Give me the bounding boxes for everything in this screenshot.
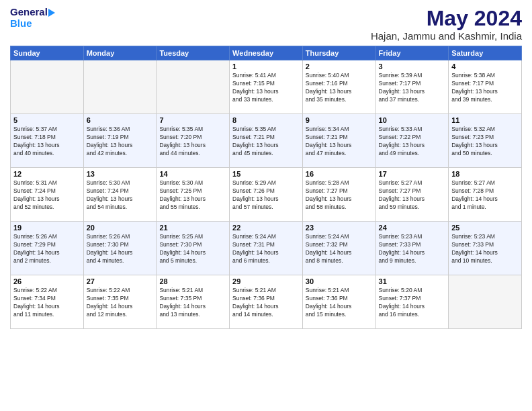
calendar-week-3: 19Sunrise: 5:26 AM Sunset: 7:29 PM Dayli…	[11, 222, 522, 275]
day-info: Sunrise: 5:40 AM Sunset: 7:16 PM Dayligh…	[306, 72, 373, 104]
header-friday: Friday	[375, 46, 449, 60]
day-info: Sunrise: 5:22 AM Sunset: 7:34 PM Dayligh…	[13, 287, 81, 319]
calendar-day	[157, 60, 230, 114]
calendar-week-0: 1Sunrise: 5:41 AM Sunset: 7:15 PM Daylig…	[11, 60, 522, 114]
weekday-header-row: Sunday Monday Tuesday Wednesday Thursday…	[11, 46, 522, 60]
day-info: Sunrise: 5:26 AM Sunset: 7:29 PM Dayligh…	[13, 233, 81, 265]
day-number: 29	[232, 277, 300, 285]
day-info: Sunrise: 5:29 AM Sunset: 7:26 PM Dayligh…	[232, 179, 300, 212]
calendar-table: Sunday Monday Tuesday Wednesday Thursday…	[10, 46, 522, 329]
header-tuesday: Tuesday	[157, 46, 230, 60]
calendar-title: May 2024	[371, 7, 522, 30]
calendar-day	[83, 60, 157, 114]
title-area: May 2024 Hajan, Jammu and Kashmir, India	[371, 7, 522, 42]
calendar-subtitle: Hajan, Jammu and Kashmir, India	[371, 30, 522, 42]
day-info: Sunrise: 5:30 AM Sunset: 7:24 PM Dayligh…	[87, 179, 154, 212]
day-info: Sunrise: 5:20 AM Sunset: 7:37 PM Dayligh…	[379, 287, 446, 319]
header-sunday: Sunday	[11, 46, 84, 60]
calendar-day: 10Sunrise: 5:33 AM Sunset: 7:22 PM Dayli…	[375, 114, 449, 168]
day-info: Sunrise: 5:34 AM Sunset: 7:21 PM Dayligh…	[306, 126, 373, 158]
day-number: 22	[232, 224, 300, 232]
day-number: 13	[87, 170, 154, 178]
day-number: 25	[451, 224, 519, 232]
day-number: 14	[159, 170, 226, 178]
calendar-day	[11, 60, 84, 114]
calendar-day: 23Sunrise: 5:24 AM Sunset: 7:32 PM Dayli…	[302, 222, 375, 275]
day-number: 7	[159, 116, 226, 124]
day-number: 10	[379, 116, 446, 124]
day-number: 23	[306, 224, 373, 232]
day-number: 27	[87, 277, 154, 285]
calendar-day: 5Sunrise: 5:37 AM Sunset: 7:18 PM Daylig…	[11, 114, 84, 168]
calendar-day: 31Sunrise: 5:20 AM Sunset: 7:37 PM Dayli…	[375, 275, 449, 329]
calendar-day: 19Sunrise: 5:26 AM Sunset: 7:29 PM Dayli…	[11, 222, 84, 275]
day-info: Sunrise: 5:27 AM Sunset: 7:28 PM Dayligh…	[451, 179, 519, 212]
calendar-week-1: 5Sunrise: 5:37 AM Sunset: 7:18 PM Daylig…	[11, 114, 522, 168]
day-info: Sunrise: 5:27 AM Sunset: 7:27 PM Dayligh…	[379, 179, 446, 212]
calendar-day: 14Sunrise: 5:30 AM Sunset: 7:25 PM Dayli…	[157, 168, 230, 222]
calendar-day: 20Sunrise: 5:26 AM Sunset: 7:30 PM Dayli…	[83, 222, 157, 275]
day-info: Sunrise: 5:21 AM Sunset: 7:36 PM Dayligh…	[306, 287, 373, 319]
day-info: Sunrise: 5:21 AM Sunset: 7:36 PM Dayligh…	[232, 287, 300, 319]
day-info: Sunrise: 5:39 AM Sunset: 7:17 PM Dayligh…	[379, 72, 446, 104]
calendar-day: 17Sunrise: 5:27 AM Sunset: 7:27 PM Dayli…	[375, 168, 449, 222]
calendar-day: 1Sunrise: 5:41 AM Sunset: 7:15 PM Daylig…	[230, 60, 303, 114]
calendar-day: 24Sunrise: 5:23 AM Sunset: 7:33 PM Dayli…	[375, 222, 449, 275]
calendar-day: 6Sunrise: 5:36 AM Sunset: 7:19 PM Daylig…	[83, 114, 157, 168]
day-number: 9	[306, 116, 373, 124]
day-number: 19	[13, 224, 81, 232]
calendar-day: 3Sunrise: 5:39 AM Sunset: 7:17 PM Daylig…	[375, 60, 449, 114]
calendar-day: 18Sunrise: 5:27 AM Sunset: 7:28 PM Dayli…	[449, 168, 522, 222]
day-info: Sunrise: 5:23 AM Sunset: 7:33 PM Dayligh…	[451, 233, 519, 265]
day-info: Sunrise: 5:38 AM Sunset: 7:17 PM Dayligh…	[451, 72, 519, 104]
day-info: Sunrise: 5:31 AM Sunset: 7:24 PM Dayligh…	[13, 179, 81, 212]
header-wednesday: Wednesday	[230, 46, 303, 60]
day-info: Sunrise: 5:23 AM Sunset: 7:33 PM Dayligh…	[379, 233, 446, 265]
day-info: Sunrise: 5:21 AM Sunset: 7:35 PM Dayligh…	[159, 287, 226, 319]
day-info: Sunrise: 5:28 AM Sunset: 7:27 PM Dayligh…	[306, 179, 373, 212]
day-number: 20	[87, 224, 154, 232]
day-info: Sunrise: 5:26 AM Sunset: 7:30 PM Dayligh…	[87, 233, 154, 265]
calendar-day	[449, 275, 522, 329]
day-number: 1	[232, 62, 300, 71]
day-number: 15	[232, 170, 300, 178]
day-info: Sunrise: 5:22 AM Sunset: 7:35 PM Dayligh…	[87, 287, 154, 319]
day-number: 26	[13, 277, 81, 285]
calendar-day: 7Sunrise: 5:35 AM Sunset: 7:20 PM Daylig…	[157, 114, 230, 168]
day-info: Sunrise: 5:35 AM Sunset: 7:21 PM Dayligh…	[232, 126, 300, 158]
calendar-day: 22Sunrise: 5:24 AM Sunset: 7:31 PM Dayli…	[230, 222, 303, 275]
day-info: Sunrise: 5:41 AM Sunset: 7:15 PM Dayligh…	[232, 72, 300, 104]
calendar-day: 2Sunrise: 5:40 AM Sunset: 7:16 PM Daylig…	[302, 60, 375, 114]
calendar-day: 13Sunrise: 5:30 AM Sunset: 7:24 PM Dayli…	[83, 168, 157, 222]
day-number: 2	[306, 62, 373, 71]
calendar-day: 28Sunrise: 5:21 AM Sunset: 7:35 PM Dayli…	[157, 275, 230, 329]
day-number: 5	[13, 116, 81, 124]
calendar-day: 27Sunrise: 5:22 AM Sunset: 7:35 PM Dayli…	[83, 275, 157, 329]
day-number: 16	[306, 170, 373, 178]
calendar-day: 15Sunrise: 5:29 AM Sunset: 7:26 PM Dayli…	[230, 168, 303, 222]
logo: General Blue	[10, 7, 56, 29]
calendar-day: 11Sunrise: 5:32 AM Sunset: 7:23 PM Dayli…	[449, 114, 522, 168]
day-info: Sunrise: 5:33 AM Sunset: 7:22 PM Dayligh…	[379, 126, 446, 158]
calendar-day: 29Sunrise: 5:21 AM Sunset: 7:36 PM Dayli…	[230, 275, 303, 329]
calendar-day: 9Sunrise: 5:34 AM Sunset: 7:21 PM Daylig…	[302, 114, 375, 168]
day-info: Sunrise: 5:24 AM Sunset: 7:32 PM Dayligh…	[306, 233, 373, 265]
day-number: 21	[159, 224, 226, 232]
day-number: 12	[13, 170, 81, 178]
calendar-day: 26Sunrise: 5:22 AM Sunset: 7:34 PM Dayli…	[11, 275, 84, 329]
day-info: Sunrise: 5:32 AM Sunset: 7:23 PM Dayligh…	[451, 126, 519, 158]
day-number: 8	[232, 116, 300, 124]
calendar-day: 16Sunrise: 5:28 AM Sunset: 7:27 PM Dayli…	[302, 168, 375, 222]
day-number: 6	[87, 116, 154, 124]
calendar-day: 21Sunrise: 5:25 AM Sunset: 7:30 PM Dayli…	[157, 222, 230, 275]
day-number: 28	[159, 277, 226, 285]
calendar-week-2: 12Sunrise: 5:31 AM Sunset: 7:24 PM Dayli…	[11, 168, 522, 222]
calendar-day: 30Sunrise: 5:21 AM Sunset: 7:36 PM Dayli…	[302, 275, 375, 329]
day-number: 31	[379, 277, 446, 285]
header-saturday: Saturday	[449, 46, 522, 60]
day-info: Sunrise: 5:35 AM Sunset: 7:20 PM Dayligh…	[159, 126, 226, 158]
header-monday: Monday	[83, 46, 157, 60]
day-number: 24	[379, 224, 446, 232]
day-info: Sunrise: 5:36 AM Sunset: 7:19 PM Dayligh…	[87, 126, 154, 158]
day-info: Sunrise: 5:24 AM Sunset: 7:31 PM Dayligh…	[232, 233, 300, 265]
